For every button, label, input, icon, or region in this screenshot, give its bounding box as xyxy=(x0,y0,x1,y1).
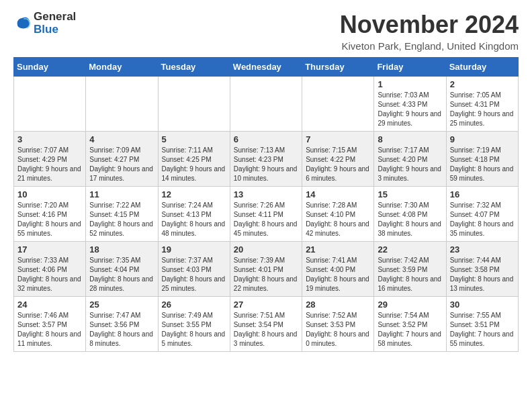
day-number: 12 xyxy=(162,189,226,199)
header-day-friday: Friday xyxy=(374,58,446,77)
cell-day-27: 27Sunrise: 7:51 AM Sunset: 3:54 PM Dayli… xyxy=(230,297,302,352)
day-info: Sunrise: 7:54 AM Sunset: 3:52 PM Dayligh… xyxy=(378,311,442,349)
cell-day-7: 7Sunrise: 7:15 AM Sunset: 4:22 PM Daylig… xyxy=(302,132,374,187)
logo-general: General xyxy=(34,11,76,24)
day-number: 30 xyxy=(450,300,515,310)
calendar-table: SundayMondayTuesdayWednesdayThursdayFrid… xyxy=(13,57,519,352)
day-number: 9 xyxy=(450,134,515,144)
day-number: 21 xyxy=(306,244,370,255)
day-info: Sunrise: 7:19 AM Sunset: 4:18 PM Dayligh… xyxy=(450,146,515,183)
cell-day-empty xyxy=(230,77,302,132)
title-block: November 2024 Kiveton Park, England, Uni… xyxy=(340,11,519,52)
day-info: Sunrise: 7:13 AM Sunset: 4:23 PM Dayligh… xyxy=(234,146,298,183)
day-info: Sunrise: 7:42 AM Sunset: 3:59 PM Dayligh… xyxy=(378,256,442,293)
cell-day-8: 8Sunrise: 7:17 AM Sunset: 4:20 PM Daylig… xyxy=(374,132,446,187)
day-number: 4 xyxy=(89,134,154,144)
day-number: 25 xyxy=(89,300,154,310)
day-info: Sunrise: 7:24 AM Sunset: 4:13 PM Dayligh… xyxy=(162,201,226,238)
logo-text: General Blue xyxy=(34,11,76,36)
day-info: Sunrise: 7:49 AM Sunset: 3:55 PM Dayligh… xyxy=(162,311,226,349)
day-number: 29 xyxy=(378,300,442,310)
day-info: Sunrise: 7:35 AM Sunset: 4:04 PM Dayligh… xyxy=(89,256,154,293)
day-info: Sunrise: 7:20 AM Sunset: 4:16 PM Dayligh… xyxy=(17,201,82,238)
cell-day-4: 4Sunrise: 7:09 AM Sunset: 4:27 PM Daylig… xyxy=(86,132,158,187)
cell-day-12: 12Sunrise: 7:24 AM Sunset: 4:13 PM Dayli… xyxy=(158,187,230,242)
week-row-5: 24Sunrise: 7:46 AM Sunset: 3:57 PM Dayli… xyxy=(14,297,519,352)
logo-icon xyxy=(13,14,32,33)
day-info: Sunrise: 7:11 AM Sunset: 4:25 PM Dayligh… xyxy=(162,146,226,183)
header-row: SundayMondayTuesdayWednesdayThursdayFrid… xyxy=(14,58,519,77)
week-row-4: 17Sunrise: 7:33 AM Sunset: 4:06 PM Dayli… xyxy=(14,242,519,297)
cell-day-21: 21Sunrise: 7:41 AM Sunset: 4:00 PM Dayli… xyxy=(302,242,374,297)
day-number: 1 xyxy=(378,79,442,89)
day-number: 28 xyxy=(306,300,370,310)
cell-day-10: 10Sunrise: 7:20 AM Sunset: 4:16 PM Dayli… xyxy=(14,187,86,242)
day-info: Sunrise: 7:15 AM Sunset: 4:22 PM Dayligh… xyxy=(306,146,370,183)
cell-day-25: 25Sunrise: 7:47 AM Sunset: 3:56 PM Dayli… xyxy=(86,297,158,352)
week-row-1: 1Sunrise: 7:03 AM Sunset: 4:33 PM Daylig… xyxy=(14,77,519,132)
day-info: Sunrise: 7:44 AM Sunset: 3:58 PM Dayligh… xyxy=(450,256,515,293)
day-number: 20 xyxy=(234,244,298,255)
day-info: Sunrise: 7:03 AM Sunset: 4:33 PM Dayligh… xyxy=(378,91,442,128)
day-number: 26 xyxy=(162,300,226,310)
cell-day-11: 11Sunrise: 7:22 AM Sunset: 4:15 PM Dayli… xyxy=(86,187,158,242)
day-info: Sunrise: 7:33 AM Sunset: 4:06 PM Dayligh… xyxy=(17,256,82,293)
logo-blue: Blue xyxy=(34,24,76,36)
week-row-2: 3Sunrise: 7:07 AM Sunset: 4:29 PM Daylig… xyxy=(14,132,519,187)
header-day-wednesday: Wednesday xyxy=(230,58,302,77)
day-number: 5 xyxy=(162,134,226,144)
day-number: 23 xyxy=(450,244,515,255)
day-info: Sunrise: 7:17 AM Sunset: 4:20 PM Dayligh… xyxy=(378,146,442,183)
cell-day-24: 24Sunrise: 7:46 AM Sunset: 3:57 PM Dayli… xyxy=(14,297,86,352)
cell-day-5: 5Sunrise: 7:11 AM Sunset: 4:25 PM Daylig… xyxy=(158,132,230,187)
day-number: 15 xyxy=(378,189,442,199)
day-info: Sunrise: 7:47 AM Sunset: 3:56 PM Dayligh… xyxy=(89,311,154,349)
day-number: 22 xyxy=(378,244,442,255)
cell-day-26: 26Sunrise: 7:49 AM Sunset: 3:55 PM Dayli… xyxy=(158,297,230,352)
day-info: Sunrise: 7:28 AM Sunset: 4:10 PM Dayligh… xyxy=(306,201,370,238)
location: Kiveton Park, England, United Kingdom xyxy=(340,40,519,52)
day-info: Sunrise: 7:30 AM Sunset: 4:08 PM Dayligh… xyxy=(378,201,442,238)
cell-day-14: 14Sunrise: 7:28 AM Sunset: 4:10 PM Dayli… xyxy=(302,187,374,242)
day-info: Sunrise: 7:26 AM Sunset: 4:11 PM Dayligh… xyxy=(234,201,298,238)
day-info: Sunrise: 7:37 AM Sunset: 4:03 PM Dayligh… xyxy=(162,256,226,293)
day-number: 8 xyxy=(378,134,442,144)
day-info: Sunrise: 7:52 AM Sunset: 3:53 PM Dayligh… xyxy=(306,311,370,349)
cell-day-30: 30Sunrise: 7:55 AM Sunset: 3:51 PM Dayli… xyxy=(446,297,518,352)
day-number: 17 xyxy=(17,244,82,255)
day-number: 18 xyxy=(89,244,154,255)
header-day-thursday: Thursday xyxy=(302,58,374,77)
day-info: Sunrise: 7:39 AM Sunset: 4:01 PM Dayligh… xyxy=(234,256,298,293)
day-info: Sunrise: 7:55 AM Sunset: 3:51 PM Dayligh… xyxy=(450,311,515,349)
header-day-monday: Monday xyxy=(86,58,158,77)
header-day-saturday: Saturday xyxy=(446,58,518,77)
day-info: Sunrise: 7:46 AM Sunset: 3:57 PM Dayligh… xyxy=(17,311,82,349)
cell-day-28: 28Sunrise: 7:52 AM Sunset: 3:53 PM Dayli… xyxy=(302,297,374,352)
day-info: Sunrise: 7:51 AM Sunset: 3:54 PM Dayligh… xyxy=(234,311,298,349)
day-number: 3 xyxy=(17,134,82,144)
cell-day-29: 29Sunrise: 7:54 AM Sunset: 3:52 PM Dayli… xyxy=(374,297,446,352)
cell-day-15: 15Sunrise: 7:30 AM Sunset: 4:08 PM Dayli… xyxy=(374,187,446,242)
day-number: 11 xyxy=(89,189,154,199)
day-number: 2 xyxy=(450,79,515,89)
day-info: Sunrise: 7:07 AM Sunset: 4:29 PM Dayligh… xyxy=(17,146,82,183)
cell-day-13: 13Sunrise: 7:26 AM Sunset: 4:11 PM Dayli… xyxy=(230,187,302,242)
day-info: Sunrise: 7:22 AM Sunset: 4:15 PM Dayligh… xyxy=(89,201,154,238)
day-number: 19 xyxy=(162,244,226,255)
cell-day-empty xyxy=(14,77,86,132)
cell-day-9: 9Sunrise: 7:19 AM Sunset: 4:18 PM Daylig… xyxy=(446,132,518,187)
day-number: 10 xyxy=(17,189,82,199)
day-info: Sunrise: 7:05 AM Sunset: 4:31 PM Dayligh… xyxy=(450,91,515,128)
day-number: 24 xyxy=(17,300,82,310)
cell-day-23: 23Sunrise: 7:44 AM Sunset: 3:58 PM Dayli… xyxy=(446,242,518,297)
cell-day-empty xyxy=(302,77,374,132)
day-number: 6 xyxy=(234,134,298,144)
cell-day-20: 20Sunrise: 7:39 AM Sunset: 4:01 PM Dayli… xyxy=(230,242,302,297)
day-info: Sunrise: 7:09 AM Sunset: 4:27 PM Dayligh… xyxy=(89,146,154,183)
page: General Blue November 2024 Kiveton Park,… xyxy=(0,0,532,363)
header-day-tuesday: Tuesday xyxy=(158,58,230,77)
cell-day-18: 18Sunrise: 7:35 AM Sunset: 4:04 PM Dayli… xyxy=(86,242,158,297)
day-number: 14 xyxy=(306,189,370,199)
day-number: 7 xyxy=(306,134,370,144)
week-row-3: 10Sunrise: 7:20 AM Sunset: 4:16 PM Dayli… xyxy=(14,187,519,242)
